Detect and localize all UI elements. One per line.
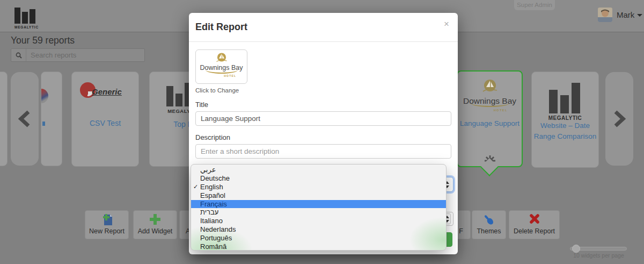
dropdown-item-arabic[interactable]: عربي [191, 166, 446, 174]
dropdown-item-deutsche[interactable]: Deutsche [191, 174, 446, 183]
report-card-language-support-selected[interactable]: Downings Bay HOTEL Language Support [457, 70, 523, 167]
search-icon [11, 49, 26, 61]
report-card-title: Website – Date Range Comparison [532, 120, 598, 141]
button-label-fragment: F [459, 227, 463, 235]
report-card-csv-test[interactable]: Generic CSV Test [71, 72, 139, 167]
close-icon[interactable]: × [444, 19, 449, 30]
chevron-left-icon [18, 110, 31, 127]
report-card-partial-left[interactable] [0, 72, 8, 166]
report-card-clipped[interactable] [41, 72, 62, 166]
client-logo [41, 89, 48, 103]
slider-handle[interactable] [572, 245, 580, 253]
search-input[interactable] [26, 51, 144, 59]
widgets-per-page-label: 10 widgets per page [568, 252, 630, 259]
downings-bay-hotel-text: HOTEL [494, 109, 508, 112]
checkmark-icon: ✓ [193, 183, 198, 191]
dropdown-item-francais-highlighted[interactable]: Français [191, 200, 446, 209]
report-logo-thumbnail[interactable]: Downings Bay HOTEL [195, 49, 247, 84]
title-input[interactable] [195, 111, 451, 126]
reports-heading: Your 59 reports [11, 35, 75, 46]
chevron-down-icon[interactable] [637, 14, 642, 17]
new-report-icon [85, 213, 128, 226]
dropdown-item-romana[interactable]: Română [191, 242, 446, 251]
super-admin-button[interactable]: Super Admin [514, 0, 555, 10]
logo-wordmark: MEGALYTIC [14, 25, 39, 29]
paintbrush-icon [472, 213, 506, 226]
avatar-image [598, 8, 612, 22]
description-input[interactable] [195, 144, 451, 159]
delete-report-button[interactable]: Delete Report [509, 210, 560, 239]
report-search[interactable] [11, 48, 145, 62]
add-widget-button[interactable]: Add Widget [133, 210, 177, 239]
logo-bar [14, 8, 20, 24]
megalytic-logo[interactable]: MEGALYTIC [14, 5, 39, 30]
language-dropdown-menu: عربي Deutsche ✓ English Español Français… [191, 164, 447, 251]
dropdown-item-italiano[interactable]: Italiano [191, 217, 446, 225]
downings-bay-boat-icon [482, 79, 498, 95]
title-field-label: Title [195, 101, 451, 109]
new-report-button[interactable]: New Report [85, 210, 129, 239]
modal-header: Edit Report × [189, 13, 458, 42]
logo-bar [30, 9, 35, 24]
dropdown-item-hebrew[interactable]: עברית [191, 208, 446, 217]
chevron-right-icon [613, 110, 626, 127]
report-card-title: CSV Test [72, 119, 138, 127]
description-field-label: Description [195, 133, 451, 141]
carousel-prev-button[interactable] [11, 72, 39, 166]
user-menu-name[interactable]: Mark [617, 10, 634, 19]
downings-bay-boat-icon [216, 52, 228, 65]
report-card-website-comparison[interactable]: MEGALYTIC Website – Date Range Compariso… [531, 72, 599, 168]
carousel-next-button[interactable] [605, 72, 633, 166]
modal-title: Edit Report [195, 22, 247, 33]
logo-swoosh [206, 66, 238, 74]
dropdown-item-nederlands[interactable]: Nederlands [191, 225, 446, 234]
logo-bar [22, 12, 28, 24]
clipped-title-fragment [42, 122, 45, 126]
delete-x-icon [509, 213, 559, 224]
click-to-change-label[interactable]: Click to Change [195, 87, 451, 94]
logo-swoosh [471, 99, 509, 107]
dropdown-item-english[interactable]: ✓ English [191, 183, 446, 191]
downings-bay-hotel-text: HOTEL [224, 74, 236, 77]
plus-icon [134, 213, 177, 225]
dropdown-item-espanol[interactable]: Español [191, 191, 446, 200]
dropdown-item-portugues[interactable]: Português [191, 234, 446, 242]
report-card-title: Language Support [458, 119, 522, 127]
generic-logo-text: Generic [92, 87, 122, 96]
themes-button[interactable]: Themes [472, 210, 506, 239]
user-avatar[interactable] [598, 8, 612, 22]
